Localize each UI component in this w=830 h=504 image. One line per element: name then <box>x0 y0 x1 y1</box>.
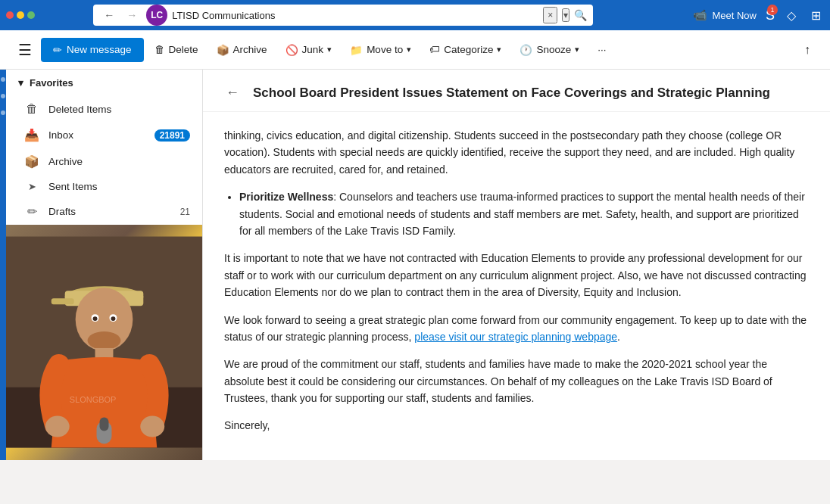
sidebar-item-label: Inbox <box>48 129 145 141</box>
window-close-btn[interactable] <box>6 11 14 19</box>
svg-point-9 <box>111 317 115 322</box>
content-area: ▾ Favorites 🗑 Deleted Items 📥 Inbox 2189… <box>0 70 830 460</box>
strip-dot <box>1 77 5 82</box>
categorize-button[interactable]: 🏷 Categorize ▾ <box>422 39 509 60</box>
delete-button[interactable]: 🗑 Delete <box>147 39 206 60</box>
email-header: ← School Board President Issues Statemen… <box>203 70 830 112</box>
email-body-intro: thinking, civics education, and digital … <box>224 127 809 178</box>
grid-icon[interactable]: ⊞ <box>808 5 824 26</box>
inbox-badge: 21891 <box>154 129 190 142</box>
profile-avatar: LC <box>146 5 167 26</box>
sidebar-item-label: Sent Items <box>48 181 190 192</box>
sidebar-item-inbox[interactable]: 📥 Inbox 21891 <box>6 122 202 148</box>
more-options-button[interactable]: ··· <box>590 39 613 60</box>
inbox-icon: 📥 <box>24 128 39 142</box>
sidebar: ▾ Favorites 🗑 Deleted Items 📥 Inbox 2189… <box>6 70 203 460</box>
archive-toolbar-button[interactable]: 📦 Archive <box>209 39 275 61</box>
notification-badge: 1 <box>767 5 778 15</box>
strip-dot <box>1 110 5 115</box>
sidebar-item-label: Deleted Items <box>48 104 190 115</box>
move-icon: 📁 <box>350 44 363 56</box>
reading-pane: ← School Board President Issues Statemen… <box>203 70 830 460</box>
move-dropdown-icon: ▾ <box>407 45 411 54</box>
scroll-up-button[interactable]: ↑ <box>797 39 818 61</box>
email-bullet-wellness: Prioritize Wellness: Counselors and teac… <box>239 188 809 239</box>
sidebar-image-panel: SLONGBOP <box>6 225 202 460</box>
snooze-button[interactable]: 🕐 Snooze ▾ <box>512 39 587 61</box>
email-para2-end: . <box>617 331 620 343</box>
favorites-header[interactable]: ▾ Favorites <box>6 70 202 96</box>
compose-icon: ✏ <box>53 44 62 56</box>
title-bar: ← → LC LTISD Communications × ▾ 🔍 📹 Meet… <box>0 0 830 30</box>
junk-button[interactable]: 🚫 Junk ▾ <box>278 39 340 61</box>
snooze-dropdown-icon: ▾ <box>575 45 579 54</box>
video-icon: 📹 <box>693 8 707 22</box>
wellness-title: Prioritize Wellness <box>239 191 333 203</box>
new-message-button[interactable]: ✏ New message <box>41 38 144 62</box>
sidebar-item-deleted-items[interactable]: 🗑 Deleted Items <box>6 96 202 122</box>
strategic-planning-link[interactable]: please visit our strategic planning webp… <box>414 331 617 343</box>
svg-point-16 <box>140 416 164 437</box>
sent-icon: ➤ <box>24 181 39 192</box>
sidebar-item-sent-items[interactable]: ➤ Sent Items <box>6 175 202 198</box>
archive-folder-icon: 📦 <box>24 154 39 169</box>
archive-icon: 📦 <box>217 44 229 56</box>
email-para3: We are proud of the commitment our staff… <box>224 356 809 406</box>
svg-point-15 <box>45 416 70 437</box>
email-para1: It is important to note that we have not… <box>224 250 809 300</box>
drafts-badge: 21 <box>180 207 190 217</box>
categorize-dropdown-icon: ▾ <box>497 45 501 54</box>
email-body: thinking, civics education, and digital … <box>203 112 830 460</box>
diamond-icon[interactable]: ◇ <box>784 5 799 26</box>
sidebar-item-archive[interactable]: 📦 Archive <box>6 148 202 175</box>
left-strip <box>0 70 6 460</box>
chevron-down-icon: ▾ <box>18 77 23 89</box>
person-illustration: SLONGBOP <box>6 236 202 448</box>
sidebar-item-label: Drafts <box>48 206 171 217</box>
junk-dropdown-icon: ▾ <box>327 45 332 54</box>
email-para2: We look forward to seeing a great strate… <box>224 312 809 346</box>
svg-rect-14 <box>100 418 109 431</box>
more-icon: ··· <box>598 44 606 55</box>
email-sincerely: Sincerely, <box>224 417 809 434</box>
sidebar-item-drafts[interactable]: ✏ Drafts 21 <box>6 198 202 225</box>
email-bullet-list: Prioritize Wellness: Counselors and teac… <box>224 188 809 239</box>
address-text: LTISD Communications <box>172 10 538 21</box>
toolbar: ☰ ✏ New message 🗑 Delete 📦 Archive 🚫 Jun… <box>0 30 830 70</box>
tab-close-btn[interactable]: × <box>543 7 557 23</box>
sidebar-thumbnail: SLONGBOP <box>6 225 202 460</box>
search-btn[interactable]: 🔍 <box>574 9 587 21</box>
move-to-button[interactable]: 📁 Move to ▾ <box>342 39 419 61</box>
meet-now-btn[interactable]: 📹 Meet Now <box>693 8 757 22</box>
svg-point-8 <box>93 317 98 322</box>
favorites-label: Favorites <box>30 77 73 89</box>
tag-icon: 🏷 <box>429 44 440 55</box>
clock-icon: 🕐 <box>520 44 532 56</box>
skype-btn[interactable]: S 1 <box>766 8 775 23</box>
window-minimize-btn[interactable] <box>17 11 24 19</box>
hamburger-menu-btn[interactable]: ☰ <box>12 36 38 64</box>
junk-icon: 🚫 <box>286 44 298 56</box>
delete-icon: 🗑 <box>154 44 165 55</box>
svg-rect-4 <box>51 299 74 305</box>
sidebar-item-label: Archive <box>48 156 190 167</box>
svg-text:SLONGBOP: SLONGBOP <box>70 395 116 404</box>
drafts-icon: ✏ <box>24 204 39 219</box>
back-nav-btn[interactable]: ← <box>99 8 119 23</box>
strip-dot <box>1 94 5 98</box>
trash-icon: 🗑 <box>24 102 39 116</box>
svg-point-10 <box>88 331 121 350</box>
back-button[interactable]: ← <box>221 82 244 104</box>
forward-nav-btn[interactable]: → <box>122 8 142 23</box>
tab-dropdown-btn[interactable]: ▾ <box>562 8 569 22</box>
email-title: School Board President Issues Statement … <box>253 86 812 101</box>
window-maximize-btn[interactable] <box>27 11 35 19</box>
